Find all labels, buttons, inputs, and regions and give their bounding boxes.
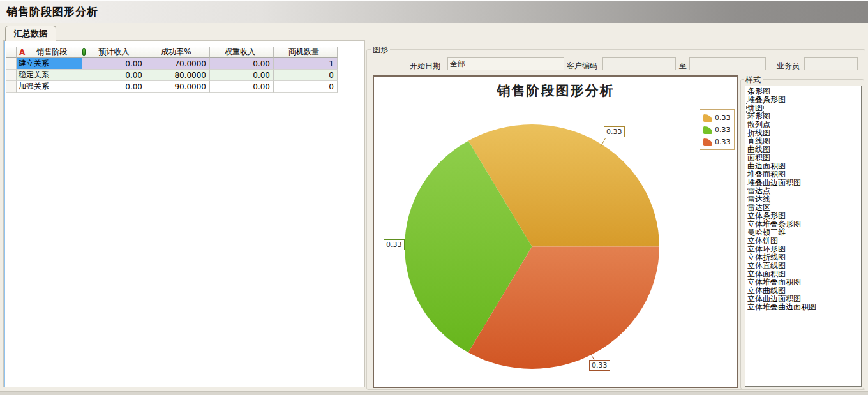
slice-value-label: 0.33	[384, 239, 405, 250]
row-header[interactable]	[6, 81, 17, 93]
cell-expected-income[interactable]: 0.00	[82, 58, 146, 70]
legend-pie-swatch-icon	[703, 138, 712, 146]
column-header-weighted-income[interactable]: 权重收入	[210, 47, 274, 58]
legend-pie-swatch-icon	[703, 114, 712, 122]
graph-group-box: 图形 开始日期 客户编码 至 业务员 销售阶段图形分析	[366, 49, 865, 390]
window-titlebar: 销售阶段图形分析	[0, 0, 868, 23]
pie-chart	[374, 77, 737, 387]
table-header-row: A 销售阶段 预计收入 成功率% 权重收入 商机数量	[6, 47, 338, 58]
table-row: 加强关系 0.00 90.0000 0.00 0	[6, 81, 338, 93]
legend-value: 0.33	[715, 138, 731, 146]
row-header[interactable]	[6, 58, 17, 70]
start-date-label: 开始日期	[410, 61, 440, 71]
legend-value: 0.33	[715, 126, 731, 134]
style-group-caption: 样式	[744, 75, 763, 86]
cell-stage[interactable]: 稳定关系	[17, 70, 82, 81]
customer-code-label: 客户编码	[567, 61, 597, 71]
column-header-label: 权重收入	[210, 47, 270, 57]
tab-strip: 汇总数据	[0, 23, 868, 40]
cell-opportunity-count[interactable]: 0	[274, 81, 338, 93]
legend-value: 0.33	[715, 114, 731, 122]
cell-success-rate[interactable]: 80.0000	[146, 70, 210, 81]
style-list[interactable]: 条形图堆叠条形图饼图环形图散列点折线图直线图曲线图面积图曲边面积图堆叠面积图堆叠…	[745, 86, 862, 387]
salesperson-label: 业务员	[777, 61, 800, 71]
graph-group-caption: 图形	[371, 45, 390, 56]
legend-entry: 0.33	[703, 112, 734, 124]
column-header-success-rate[interactable]: 成功率%	[146, 47, 210, 58]
column-header-opportunity-count[interactable]: 商机数量	[274, 47, 338, 58]
salesperson-input[interactable]	[804, 57, 858, 70]
style-list-item[interactable]: 堆叠条形图	[747, 96, 861, 104]
cell-stage-selected[interactable]: 建立关系	[17, 58, 82, 70]
cell-expected-income[interactable]: 0.00	[82, 70, 146, 81]
style-list-item[interactable]: 立体堆叠曲边面积图	[747, 303, 861, 311]
customer-code-input[interactable]	[602, 57, 676, 70]
cell-success-rate[interactable]: 70.0000	[146, 58, 210, 70]
page-title: 销售阶段图形分析	[0, 4, 98, 19]
cell-expected-income[interactable]: 0.00	[82, 81, 146, 93]
column-header-label: 成功率%	[146, 47, 206, 57]
bottom-status-strip	[0, 391, 868, 395]
column-header-expected-income[interactable]: 预计收入	[82, 47, 146, 58]
column-header-label: 销售阶段	[36, 47, 67, 57]
cell-stage[interactable]: 加强关系	[17, 81, 82, 93]
cell-success-rate[interactable]: 90.0000	[146, 81, 210, 93]
style-group-box: 样式 条形图堆叠条形图饼图环形图散列点折线图直线图曲线图面积图曲边面积图堆叠面积…	[740, 79, 864, 389]
panel-left-accent	[4, 41, 5, 387]
legend-entry: 0.33	[703, 124, 734, 136]
cell-weighted-income[interactable]: 0.00	[210, 70, 274, 81]
start-date-input[interactable]	[447, 57, 564, 70]
table-row: 稳定关系 0.00 80.0000 0.00 0	[6, 70, 338, 81]
text-filter-icon: A	[19, 48, 25, 57]
row-header-corner	[6, 47, 17, 58]
cell-weighted-income[interactable]: 0.00	[210, 81, 274, 93]
cell-weighted-income[interactable]: 0.00	[210, 58, 274, 70]
column-header-label: 预计收入	[94, 47, 142, 57]
cell-opportunity-count[interactable]: 1	[274, 58, 338, 70]
chart-legend: 0.33 0.33 0.33	[700, 109, 735, 150]
legend-pie-swatch-icon	[703, 126, 712, 134]
summary-grid-panel: A 销售阶段 预计收入 成功率% 权重收入 商机数量 建立关系 0.00 70.…	[3, 40, 365, 387]
pie-chart-canvas: 销售阶段图形分析 0.33 0.33 0.33	[373, 75, 738, 388]
slice-value-label: 0.33	[589, 360, 610, 371]
table-row: 建立关系 0.00 70.0000 0.00 1	[6, 58, 338, 70]
column-header-label: 商机数量	[274, 47, 334, 57]
to-label: 至	[679, 61, 687, 71]
cell-opportunity-count[interactable]: 0	[274, 70, 338, 81]
sales-stage-table: A 销售阶段 预计收入 成功率% 权重收入 商机数量 建立关系 0.00 70.…	[6, 47, 338, 93]
row-header[interactable]	[6, 70, 17, 81]
customer-code-to-input[interactable]	[689, 57, 766, 70]
tab-summary-data[interactable]: 汇总数据	[5, 26, 56, 41]
legend-entry: 0.33	[703, 136, 734, 148]
number-filter-icon	[82, 48, 86, 56]
slice-value-label: 0.33	[604, 126, 625, 137]
column-header-stage[interactable]: A 销售阶段	[17, 47, 82, 58]
